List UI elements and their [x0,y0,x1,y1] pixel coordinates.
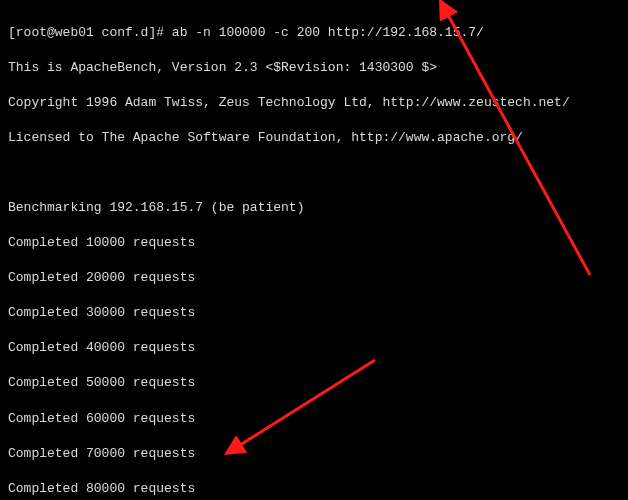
benchmarking-line: Benchmarking 192.168.15.7 (be patient) [8,199,620,217]
version-line: This is ApacheBench, Version 2.3 <$Revis… [8,59,620,77]
completed-line: Completed 50000 requests [8,374,620,392]
completed-line: Completed 10000 requests [8,234,620,252]
command-line: [root@web01 conf.d]# ab -n 100000 -c 200… [8,24,620,42]
completed-line: Completed 60000 requests [8,410,620,428]
copyright-line: Copyright 1996 Adam Twiss, Zeus Technolo… [8,94,620,112]
completed-line: Completed 30000 requests [8,304,620,322]
completed-line: Completed 80000 requests [8,480,620,498]
shell-command: ab -n 100000 -c 200 http://192.168.15.7/ [172,25,484,40]
blank-line [8,164,620,182]
terminal-output: [root@web01 conf.d]# ab -n 100000 -c 200… [0,0,628,500]
completed-line: Completed 70000 requests [8,445,620,463]
completed-line: Completed 40000 requests [8,339,620,357]
license-line: Licensed to The Apache Software Foundati… [8,129,620,147]
shell-prompt: [root@web01 conf.d]# [8,25,172,40]
completed-line: Completed 20000 requests [8,269,620,287]
